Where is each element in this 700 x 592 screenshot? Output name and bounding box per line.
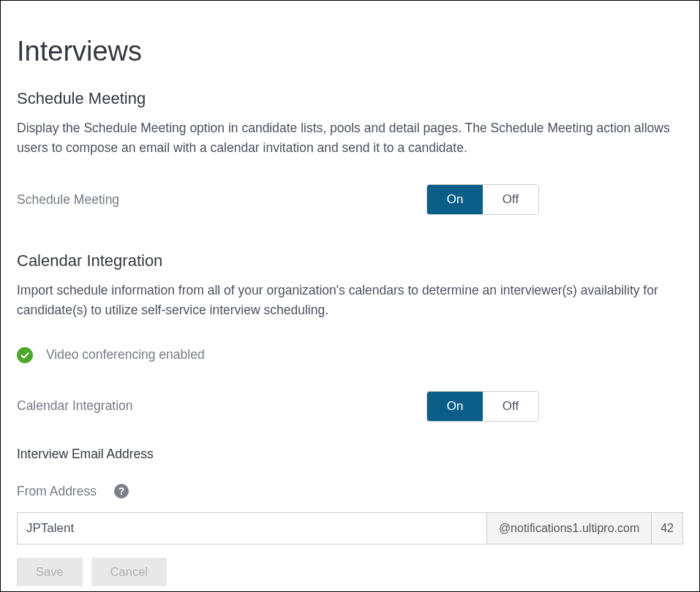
calendar-integration-label: Calendar Integration: [17, 398, 426, 414]
character-count: 42: [651, 513, 682, 544]
calendar-integration-description: Import schedule information from all of …: [17, 281, 683, 320]
page-title: Interviews: [17, 36, 683, 67]
help-icon[interactable]: ?: [114, 484, 129, 498]
interview-email-heading: Interview Email Address: [17, 447, 683, 462]
check-circle-icon: [17, 347, 33, 363]
calendar-integration-heading: Calendar Integration: [17, 251, 683, 270]
email-domain-addon: @notifications1.ultipro.com: [486, 513, 651, 544]
from-address-input[interactable]: [18, 513, 486, 544]
schedule-meeting-description: Display the Schedule Meeting option in c…: [17, 118, 683, 158]
cancel-button[interactable]: Cancel: [91, 558, 167, 586]
calendar-integration-off-button[interactable]: Off: [483, 392, 538, 421]
schedule-meeting-label: Schedule Meeting: [17, 192, 426, 208]
schedule-meeting-heading: Schedule Meeting: [17, 89, 683, 108]
from-address-label: From Address: [17, 484, 97, 499]
schedule-meeting-off-button[interactable]: Off: [483, 185, 538, 214]
schedule-meeting-on-button[interactable]: On: [427, 185, 483, 214]
from-address-input-group: @notifications1.ultipro.com 42: [17, 512, 683, 544]
save-button[interactable]: Save: [17, 558, 83, 586]
schedule-meeting-toggle: On Off: [426, 184, 539, 215]
video-conferencing-status: Video conferencing enabled: [46, 347, 205, 363]
calendar-integration-on-button[interactable]: On: [427, 392, 483, 421]
calendar-integration-toggle: On Off: [426, 391, 539, 422]
